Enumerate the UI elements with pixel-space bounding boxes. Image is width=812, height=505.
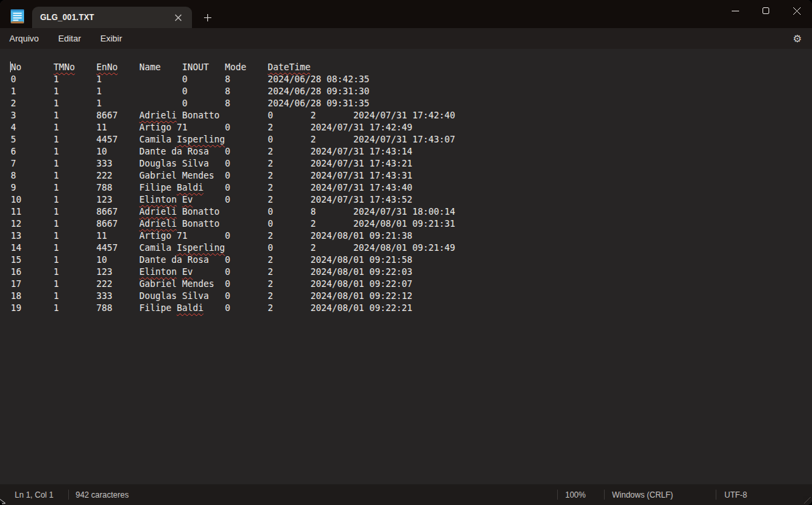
editor-line: 1 1 1 0 8 2024/06/28 09:31:30 bbox=[11, 86, 812, 98]
status-zoom-level: 100% bbox=[565, 484, 586, 505]
minimize-button[interactable] bbox=[720, 0, 750, 21]
titlebar: GLG_001.TXT bbox=[0, 0, 812, 28]
misspelled-word: Isperling bbox=[177, 243, 225, 253]
tab-glg-001-txt[interactable]: GLG_001.TXT bbox=[32, 7, 192, 28]
settings-gear-icon[interactable]: ⚙ bbox=[793, 28, 802, 49]
maximize-button[interactable] bbox=[750, 0, 781, 21]
editor-line: No TMNo EnNo Name INOUT Mode DateTime bbox=[11, 62, 812, 74]
tab-close-button[interactable] bbox=[170, 9, 186, 25]
editor-line: 4 1 11 Artigo 71 0 2 2024/07/31 17:42:49 bbox=[11, 122, 812, 134]
editor-line: 9 1 788 Filipe Baldi 0 2 2024/07/31 17:4… bbox=[11, 182, 812, 194]
menu-item-arquivo[interactable]: Arquivo bbox=[9, 33, 39, 43]
misspelled-word: DateTime bbox=[268, 62, 310, 72]
close-icon bbox=[175, 14, 182, 21]
misspelled-word: Isperling bbox=[177, 134, 225, 144]
editor-line: 7 1 333 Douglas Silva 0 2 2024/07/31 17:… bbox=[11, 158, 812, 170]
minimize-icon bbox=[732, 11, 739, 11]
status-divider bbox=[68, 490, 69, 500]
misspelled-word: Baldi bbox=[177, 183, 203, 193]
editor-line: 0 1 1 0 8 2024/06/28 08:42:35 bbox=[11, 74, 812, 86]
misspelled-word: TMNo bbox=[54, 62, 75, 72]
editor-line: 8 1 222 Gabriel Mendes 0 2 2024/07/31 17… bbox=[11, 170, 812, 182]
notepad-app-icon bbox=[10, 8, 25, 27]
misspelled-word: Adrieli bbox=[139, 110, 177, 120]
editor-line: 12 1 8667 Adrieli Bonatto 0 2 2024/08/01… bbox=[11, 218, 812, 230]
misspelled-word: Ev bbox=[182, 195, 193, 205]
status-divider bbox=[557, 490, 558, 500]
editor-text: No TMNo EnNo Name INOUT Mode DateTime0 1… bbox=[11, 62, 812, 314]
editor-line: 14 1 4457 Camila Isperling 0 2 2024/08/0… bbox=[11, 242, 812, 254]
statusbar: Ln 1, Col 1 942 caracteres 100% Windows … bbox=[0, 484, 812, 505]
editor-line: 10 1 123 Elinton Ev 0 2 2024/07/31 17:43… bbox=[11, 194, 812, 206]
plus-icon bbox=[203, 13, 212, 22]
misspelled-word: Elinton bbox=[139, 195, 177, 205]
maximize-icon bbox=[763, 7, 769, 14]
editor-line: 6 1 10 Dante da Rosa 0 2 2024/07/31 17:4… bbox=[11, 146, 812, 158]
editor-line: 17 1 222 Gabriel Mendes 0 2 2024/08/01 0… bbox=[11, 278, 812, 290]
misspelled-word: Ev bbox=[182, 267, 193, 277]
notepad-window: GLG_001.TXT Arquivo Editar E bbox=[0, 0, 812, 505]
editor-line: 13 1 11 Artigo 71 0 2 2024/08/01 09:21:3… bbox=[11, 230, 812, 242]
editor-area[interactable]: No TMNo EnNo Name INOUT Mode DateTime0 1… bbox=[0, 49, 812, 484]
editor-line: 19 1 788 Filipe Baldi 0 2 2024/08/01 09:… bbox=[11, 302, 812, 314]
misspelled-word: Adrieli bbox=[139, 207, 177, 217]
close-icon bbox=[793, 7, 801, 15]
menubar: Arquivo Editar Exibir ⚙ bbox=[0, 28, 812, 49]
new-tab-button[interactable] bbox=[198, 8, 217, 27]
misspelled-word: Adrieli bbox=[139, 219, 177, 229]
editor-line: 2 1 1 0 8 2024/06/28 09:31:35 bbox=[11, 98, 812, 110]
status-encoding: UTF-8 bbox=[724, 484, 747, 505]
menu-item-exibir[interactable]: Exibir bbox=[100, 33, 122, 43]
menu-item-editar[interactable]: Editar bbox=[58, 33, 81, 43]
editor-line: 18 1 333 Douglas Silva 0 2 2024/08/01 09… bbox=[11, 290, 812, 302]
status-divider bbox=[604, 490, 605, 500]
editor-line: 3 1 8667 Adrieli Bonatto 0 2 2024/07/31 … bbox=[11, 110, 812, 122]
text-caret bbox=[10, 62, 11, 72]
misspelled-word: Baldi bbox=[177, 303, 203, 313]
editor-line: 5 1 4457 Camila Isperling 0 2 2024/07/31… bbox=[11, 134, 812, 146]
status-cursor-position: Ln 1, Col 1 bbox=[15, 484, 54, 505]
misspelled-word: Elinton bbox=[139, 267, 177, 277]
editor-line: 15 1 10 Dante da Rosa 0 2 2024/08/01 09:… bbox=[11, 254, 812, 266]
status-divider bbox=[716, 490, 716, 500]
status-line-endings: Windows (CRLF) bbox=[612, 484, 673, 505]
editor-line: 11 1 8667 Adrieli Bonatto 0 8 2024/07/31… bbox=[11, 206, 812, 218]
mouse-cursor bbox=[0, 497, 7, 505]
status-char-count: 942 caracteres bbox=[76, 484, 128, 505]
resize-grip[interactable] bbox=[804, 497, 811, 504]
misspelled-word: EnNo bbox=[96, 62, 118, 72]
editor-line: 16 1 123 Elinton Ev 0 2 2024/08/01 09:22… bbox=[11, 266, 812, 278]
tab-title: GLG_001.TXT bbox=[40, 13, 170, 22]
close-window-button[interactable] bbox=[781, 0, 812, 21]
